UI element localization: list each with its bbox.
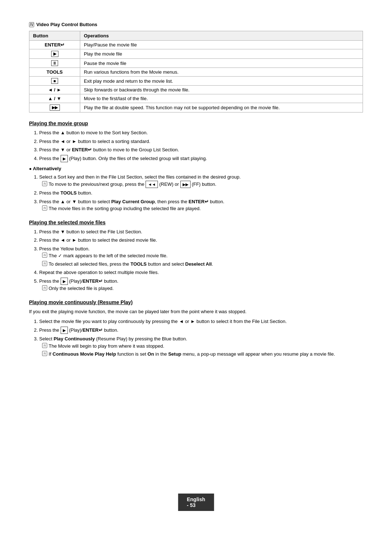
button-cell: ▶▶ — [29, 103, 80, 112]
note-text: To move to the previous/next group, pres… — [49, 181, 216, 188]
operation-cell: Exit play mode and return to the movie l… — [80, 77, 363, 86]
operation-cell: Play/Pause the movie file — [80, 41, 363, 49]
section1-title: Playing the movie group — [29, 120, 363, 126]
list-item: Press the ▶ (Play)/ENTER↵ button. N Only… — [39, 278, 363, 292]
ff-btn: ▶▶ — [180, 181, 191, 188]
operation-cell: Play the file at double speed. This func… — [80, 103, 363, 112]
alternatively-item: Alternatively — [29, 166, 363, 171]
note-line: N The Movie will begin to play from wher… — [42, 343, 363, 350]
note-line: N Only the selected file is played. — [42, 285, 363, 292]
rew-btn: ◄◄ — [146, 181, 158, 188]
table-row: ■ Exit play mode and return to the movie… — [29, 77, 363, 86]
section3-steps: Select the movie file you want to play c… — [39, 318, 363, 358]
note-text: To deselect all selected files, press th… — [49, 261, 213, 268]
play-btn-inline: ▶ — [61, 327, 68, 334]
section-title: Video Play Control Buttons — [36, 22, 97, 27]
col-button-header: Button — [29, 31, 80, 41]
section1-alt-steps: Select a Sort key and then in the File L… — [39, 173, 363, 212]
section3-title: Playing movie continuously (Resume Play) — [29, 299, 363, 305]
note-text: If Continuous Movie Play Help function i… — [49, 351, 335, 358]
list-item: Press the TOOLS button. — [39, 189, 363, 197]
note-line: N If Continuous Movie Play Help function… — [42, 351, 363, 358]
playing-movie-group-section: Playing the movie group Press the ▲ butt… — [29, 120, 363, 212]
list-item: Press the ▲ button to move to the Sort k… — [39, 129, 363, 136]
note-text: Only the selected file is played. — [49, 285, 114, 292]
section1-steps: Press the ▲ button to move to the Sort k… — [39, 129, 363, 162]
table-row: ▶▶ Play the file at double speed. This f… — [29, 103, 363, 112]
ff-symbol: ▶▶ — [50, 105, 60, 111]
note-icon: N — [42, 351, 47, 356]
play-symbol: ▶ — [51, 51, 58, 57]
note-text: The ✓ mark appears to the left of the se… — [49, 252, 168, 259]
list-item: Press the ◄ or ► button to select a sort… — [39, 138, 363, 145]
note-icon: N — [29, 22, 34, 27]
button-cell: ■ — [29, 77, 80, 86]
note-icon: N — [42, 205, 47, 210]
list-item: Press the ▶ (Play) button. Only the file… — [39, 155, 363, 163]
playing-selected-files-section: Playing the selected movie files Press t… — [29, 220, 363, 292]
stop-symbol: ■ — [51, 78, 58, 84]
play-btn-inline: ▶ — [61, 278, 68, 285]
note-icon: N — [42, 261, 47, 266]
table-row: II Pause the movie file — [29, 59, 363, 68]
note-icon: N — [42, 253, 47, 258]
list-item: Press the ▼ or ENTER↵ button to move to … — [39, 146, 363, 154]
list-item: Press the ▲ or ▼ button to select Play C… — [39, 198, 363, 212]
alternatively-label: Alternatively — [29, 166, 363, 171]
list-item: Press the Yellow button. N The ✓ mark ap… — [39, 245, 363, 268]
play-btn-inline: ▶ — [61, 155, 68, 163]
table-row: ◄ / ► Skip forwards or backwards through… — [29, 86, 363, 94]
section3-intro: If you exit the playing movie function, … — [29, 308, 363, 315]
table-row: ENTER↵ Play/Pause the movie file — [29, 41, 363, 49]
button-cell: TOOLS — [29, 68, 80, 77]
section2-title: Playing the selected movie files — [29, 220, 363, 225]
note-icon: N — [42, 181, 47, 186]
note-line: N To move to the previous/next group, pr… — [42, 181, 363, 188]
button-cell: ▲ / ▼ — [29, 94, 80, 103]
list-item: Press the ◄ or ► button to select the de… — [39, 237, 363, 244]
button-cell: ▶ — [29, 49, 80, 59]
operation-cell: Skip forwards or backwards through the m… — [80, 86, 363, 94]
note-text: The movie files in the sorting group inc… — [49, 205, 201, 212]
section-header: N Video Play Control Buttons — [29, 22, 363, 27]
col-operations-header: Operations — [80, 31, 363, 41]
table-row: ▶ Play the movie file — [29, 49, 363, 59]
control-table: Button Operations ENTER↵ Play/Pause the … — [29, 31, 363, 112]
section2-steps: Press the ▼ button to select the File Li… — [39, 228, 363, 292]
list-item: Press the ▶ (Play)/ENTER↵ button. — [39, 327, 363, 334]
note-line: N The ✓ mark appears to the left of the … — [42, 252, 363, 259]
button-cell: II — [29, 59, 80, 68]
note-icon: N — [42, 343, 47, 348]
list-item: Select a Sort key and then in the File L… — [39, 173, 363, 188]
list-item: Repeat the above operation to select mul… — [39, 269, 363, 276]
operation-cell: Move to the first/last of the file. — [80, 94, 363, 103]
list-item: Select the movie file you want to play c… — [39, 318, 363, 325]
note-line: N The movie files in the sorting group i… — [42, 205, 363, 212]
table-row: TOOLS Run various functions from the Mov… — [29, 68, 363, 77]
note-text: The Movie will begin to play from where … — [49, 343, 164, 350]
pause-symbol: II — [51, 60, 58, 66]
operation-cell: Play the movie file — [80, 49, 363, 59]
note-icon: N — [42, 285, 47, 290]
page-footer: English - 53 — [178, 494, 214, 511]
video-play-control-section: N Video Play Control Buttons Button Oper… — [29, 22, 363, 112]
operation-cell: Run various functions from the Movie men… — [80, 68, 363, 77]
note-line: N To deselect all selected files, press … — [42, 261, 363, 268]
resume-play-section: Playing movie continuously (Resume Play)… — [29, 299, 363, 358]
button-cell: ◄ / ► — [29, 86, 80, 94]
list-item: Select Play Continuously (Resume Play) b… — [39, 335, 363, 358]
operation-cell: Pause the movie file — [80, 59, 363, 68]
button-cell: ENTER↵ — [29, 41, 80, 49]
table-row: ▲ / ▼ Move to the first/last of the file… — [29, 94, 363, 103]
list-item: Press the ▼ button to select the File Li… — [39, 228, 363, 236]
